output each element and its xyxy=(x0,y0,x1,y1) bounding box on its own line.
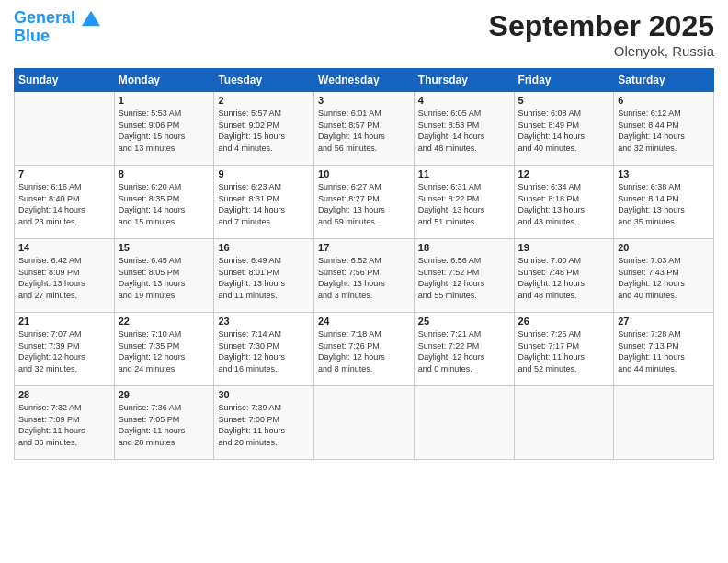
day-info: Sunrise: 6:49 AM Sunset: 8:01 PM Dayligh… xyxy=(218,255,310,301)
calendar-cell-w1d5: 12Sunrise: 6:34 AM Sunset: 8:18 PM Dayli… xyxy=(514,166,614,239)
day-number: 15 xyxy=(119,242,210,253)
day-number: 16 xyxy=(218,242,310,253)
day-info: Sunrise: 7:39 AM Sunset: 7:00 PM Dayligh… xyxy=(218,402,310,448)
day-info: Sunrise: 6:05 AM Sunset: 8:53 PM Dayligh… xyxy=(418,108,510,154)
week-row-1: 7Sunrise: 6:16 AM Sunset: 8:40 PM Daylig… xyxy=(15,166,714,239)
calendar-cell-w2d3: 17Sunrise: 6:52 AM Sunset: 7:56 PM Dayli… xyxy=(314,239,415,313)
day-info: Sunrise: 6:56 AM Sunset: 7:52 PM Dayligh… xyxy=(418,255,510,301)
calendar-cell-w2d4: 18Sunrise: 6:56 AM Sunset: 7:52 PM Dayli… xyxy=(414,239,514,313)
weekday-header-thursday: Thursday xyxy=(414,69,514,92)
week-row-0: 1Sunrise: 5:53 AM Sunset: 9:06 PM Daylig… xyxy=(15,92,714,166)
day-number: 8 xyxy=(119,168,210,179)
calendar-cell-w3d5: 26Sunrise: 7:25 AM Sunset: 7:17 PM Dayli… xyxy=(514,313,614,386)
day-info: Sunrise: 6:12 AM Sunset: 8:44 PM Dayligh… xyxy=(618,108,710,154)
day-info: Sunrise: 7:25 AM Sunset: 7:17 PM Dayligh… xyxy=(518,328,610,374)
day-info: Sunrise: 6:34 AM Sunset: 8:18 PM Dayligh… xyxy=(518,181,610,227)
month-title: September 2025 xyxy=(489,9,714,43)
day-number: 23 xyxy=(218,316,310,327)
day-number: 27 xyxy=(618,316,710,327)
day-number: 20 xyxy=(618,242,710,253)
day-number: 4 xyxy=(418,95,510,106)
day-info: Sunrise: 6:27 AM Sunset: 8:27 PM Dayligh… xyxy=(318,181,410,227)
calendar-cell-w0d6: 6Sunrise: 6:12 AM Sunset: 8:44 PM Daylig… xyxy=(614,92,714,166)
calendar-cell-w1d6: 13Sunrise: 6:38 AM Sunset: 8:14 PM Dayli… xyxy=(614,166,714,239)
calendar-cell-w2d0: 14Sunrise: 6:42 AM Sunset: 8:09 PM Dayli… xyxy=(15,239,115,313)
week-row-3: 21Sunrise: 7:07 AM Sunset: 7:39 PM Dayli… xyxy=(15,313,714,386)
week-row-2: 14Sunrise: 6:42 AM Sunset: 8:09 PM Dayli… xyxy=(15,239,714,313)
day-number: 30 xyxy=(218,389,310,400)
day-info: Sunrise: 7:32 AM Sunset: 7:09 PM Dayligh… xyxy=(18,402,110,448)
calendar-cell-w2d2: 16Sunrise: 6:49 AM Sunset: 8:01 PM Dayli… xyxy=(214,239,314,313)
calendar-cell-w4d4 xyxy=(414,386,514,460)
day-info: Sunrise: 7:21 AM Sunset: 7:22 PM Dayligh… xyxy=(418,328,510,374)
calendar-cell-w4d2: 30Sunrise: 7:39 AM Sunset: 7:00 PM Dayli… xyxy=(214,386,314,460)
day-info: Sunrise: 7:10 AM Sunset: 7:35 PM Dayligh… xyxy=(119,328,210,374)
location: Olenyok, Russia xyxy=(489,43,714,59)
day-number: 25 xyxy=(418,316,510,327)
logo: General Blue xyxy=(14,9,100,46)
day-info: Sunrise: 7:28 AM Sunset: 7:13 PM Dayligh… xyxy=(618,328,710,374)
day-info: Sunrise: 6:42 AM Sunset: 8:09 PM Dayligh… xyxy=(18,255,110,301)
day-number: 18 xyxy=(418,242,510,253)
logo-subtext: Blue xyxy=(14,28,100,46)
calendar-cell-w0d0 xyxy=(15,92,115,166)
calendar-cell-w2d5: 19Sunrise: 7:00 AM Sunset: 7:48 PM Dayli… xyxy=(514,239,614,313)
calendar-cell-w3d4: 25Sunrise: 7:21 AM Sunset: 7:22 PM Dayli… xyxy=(414,313,514,386)
week-row-4: 28Sunrise: 7:32 AM Sunset: 7:09 PM Dayli… xyxy=(15,386,714,460)
calendar-cell-w1d0: 7Sunrise: 6:16 AM Sunset: 8:40 PM Daylig… xyxy=(15,166,115,239)
day-number: 10 xyxy=(318,168,410,179)
day-number: 24 xyxy=(318,316,410,327)
calendar-cell-w4d1: 29Sunrise: 7:36 AM Sunset: 7:05 PM Dayli… xyxy=(114,386,214,460)
calendar-cell-w1d4: 11Sunrise: 6:31 AM Sunset: 8:22 PM Dayli… xyxy=(414,166,514,239)
calendar-cell-w0d3: 3Sunrise: 6:01 AM Sunset: 8:57 PM Daylig… xyxy=(314,92,415,166)
day-info: Sunrise: 6:20 AM Sunset: 8:35 PM Dayligh… xyxy=(119,181,210,227)
calendar-cell-w0d5: 5Sunrise: 6:08 AM Sunset: 8:49 PM Daylig… xyxy=(514,92,614,166)
calendar-cell-w4d3 xyxy=(314,386,415,460)
calendar-table: SundayMondayTuesdayWednesdayThursdayFrid… xyxy=(14,68,714,460)
calendar-cell-w1d3: 10Sunrise: 6:27 AM Sunset: 8:27 PM Dayli… xyxy=(314,166,415,239)
calendar-cell-w3d6: 27Sunrise: 7:28 AM Sunset: 7:13 PM Dayli… xyxy=(614,313,714,386)
page-header: General Blue September 2025 Olenyok, Rus… xyxy=(14,9,714,59)
day-info: Sunrise: 6:08 AM Sunset: 8:49 PM Dayligh… xyxy=(518,108,610,154)
calendar-cell-w0d1: 1Sunrise: 5:53 AM Sunset: 9:06 PM Daylig… xyxy=(114,92,214,166)
calendar-cell-w1d1: 8Sunrise: 6:20 AM Sunset: 8:35 PM Daylig… xyxy=(114,166,214,239)
day-number: 21 xyxy=(18,316,110,327)
day-number: 9 xyxy=(218,168,310,179)
calendar-cell-w3d2: 23Sunrise: 7:14 AM Sunset: 7:30 PM Dayli… xyxy=(214,313,314,386)
weekday-header-tuesday: Tuesday xyxy=(214,69,314,92)
day-info: Sunrise: 6:31 AM Sunset: 8:22 PM Dayligh… xyxy=(418,181,510,227)
day-info: Sunrise: 7:07 AM Sunset: 7:39 PM Dayligh… xyxy=(18,328,110,374)
calendar-cell-w2d6: 20Sunrise: 7:03 AM Sunset: 7:43 PM Dayli… xyxy=(614,239,714,313)
day-number: 14 xyxy=(18,242,110,253)
weekday-header-saturday: Saturday xyxy=(614,69,714,92)
day-info: Sunrise: 7:00 AM Sunset: 7:48 PM Dayligh… xyxy=(518,255,610,301)
day-number: 22 xyxy=(119,316,210,327)
svg-marker-0 xyxy=(82,11,100,27)
logo-icon xyxy=(82,9,100,28)
calendar-cell-w3d3: 24Sunrise: 7:18 AM Sunset: 7:26 PM Dayli… xyxy=(314,313,415,386)
day-info: Sunrise: 6:52 AM Sunset: 7:56 PM Dayligh… xyxy=(318,255,410,301)
day-info: Sunrise: 7:36 AM Sunset: 7:05 PM Dayligh… xyxy=(119,402,210,448)
day-info: Sunrise: 7:14 AM Sunset: 7:30 PM Dayligh… xyxy=(218,328,310,374)
calendar-cell-w3d0: 21Sunrise: 7:07 AM Sunset: 7:39 PM Dayli… xyxy=(15,313,115,386)
day-info: Sunrise: 6:23 AM Sunset: 8:31 PM Dayligh… xyxy=(218,181,310,227)
weekday-header-friday: Friday xyxy=(514,69,614,92)
day-number: 19 xyxy=(518,242,610,253)
weekday-header-sunday: Sunday xyxy=(15,69,115,92)
day-info: Sunrise: 7:03 AM Sunset: 7:43 PM Dayligh… xyxy=(618,255,710,301)
weekday-header-monday: Monday xyxy=(114,69,214,92)
day-number: 26 xyxy=(518,316,610,327)
day-number: 7 xyxy=(18,168,110,179)
day-info: Sunrise: 6:16 AM Sunset: 8:40 PM Dayligh… xyxy=(18,181,110,227)
day-number: 29 xyxy=(119,389,210,400)
day-number: 13 xyxy=(618,168,710,179)
calendar-cell-w4d5 xyxy=(514,386,614,460)
weekday-header-wednesday: Wednesday xyxy=(314,69,415,92)
day-number: 11 xyxy=(418,168,510,179)
calendar-cell-w0d4: 4Sunrise: 6:05 AM Sunset: 8:53 PM Daylig… xyxy=(414,92,514,166)
calendar-cell-w4d0: 28Sunrise: 7:32 AM Sunset: 7:09 PM Dayli… xyxy=(15,386,115,460)
title-block: September 2025 Olenyok, Russia xyxy=(489,9,714,59)
day-info: Sunrise: 5:57 AM Sunset: 9:02 PM Dayligh… xyxy=(218,108,310,154)
logo-text: General xyxy=(14,9,100,28)
day-number: 3 xyxy=(318,95,410,106)
